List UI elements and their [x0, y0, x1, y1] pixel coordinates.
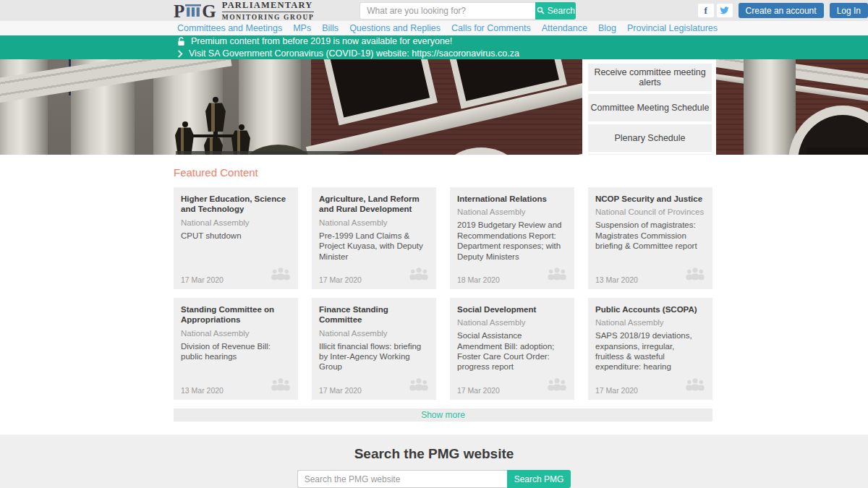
- hero-sidebar-button[interactable]: Receive committee meeting alerts: [588, 64, 712, 91]
- unlock-icon: [177, 37, 185, 46]
- featured-card[interactable]: Public Accounts (SCOPA) National Assembl…: [588, 298, 712, 400]
- people-group-icon: [271, 266, 291, 284]
- people-group-icon: [271, 377, 291, 395]
- featured-card[interactable]: Agriculture, Land Reform and Rural Devel…: [312, 187, 436, 289]
- twitter-button[interactable]: [717, 4, 733, 17]
- nav-link[interactable]: Bills: [322, 23, 339, 33]
- card-desc[interactable]: Social Assistance Amendment Bill: adopti…: [457, 330, 567, 372]
- header-search-button[interactable]: Search: [535, 2, 576, 20]
- card-org: National Council of Provinces: [595, 207, 705, 216]
- card-title[interactable]: Finance Standing Committee: [319, 304, 429, 325]
- header-search-input[interactable]: [359, 2, 535, 20]
- card-desc[interactable]: SAPS 2018/19 deviations, expansions, irr…: [595, 330, 705, 372]
- card-title[interactable]: International Relations: [457, 194, 567, 204]
- people-group-icon: [547, 377, 567, 395]
- card-date: 18 Mar 2020: [457, 275, 500, 284]
- hero-section: Receive committee meeting alertsCommitte…: [0, 59, 868, 155]
- card-desc[interactable]: Pre-1999 Land Claims & Project Kuyasa, w…: [319, 231, 429, 262]
- card-footer: 13 Mar 2020: [595, 262, 705, 284]
- banner-covid-link[interactable]: Visit SA Government Coronavirus (COVID-1…: [189, 48, 519, 59]
- nav-link[interactable]: Questions and Replies: [349, 23, 441, 33]
- pmg-logo-mark: P G: [174, 1, 216, 20]
- card-desc[interactable]: Suspension of magistrates: Magistrates C…: [595, 220, 705, 251]
- show-more-button[interactable]: Show more: [174, 408, 712, 421]
- card-footer: 17 Mar 2020: [595, 372, 705, 395]
- featured-card[interactable]: Social Development National Assembly Soc…: [450, 298, 574, 400]
- card-date: 17 Mar 2020: [319, 386, 362, 395]
- people-group-icon: [685, 377, 705, 395]
- card-date: 17 Mar 2020: [457, 386, 500, 395]
- card-desc[interactable]: Illicit financial flows: briefing by Int…: [319, 341, 429, 372]
- card-org: National Assembly: [319, 329, 429, 338]
- nav-link[interactable]: Calls for Comments: [451, 23, 531, 33]
- featured-card[interactable]: International Relations National Assembl…: [450, 187, 574, 289]
- card-org: National Assembly: [319, 218, 429, 227]
- login-button[interactable]: Log In: [830, 3, 868, 18]
- hero-column: [744, 59, 796, 155]
- featured-card[interactable]: NCOP Security and Justice National Counc…: [588, 187, 712, 289]
- hero-sidebar-button[interactable]: Committee Meeting Schedule: [588, 94, 712, 121]
- pmg-logo[interactable]: P G PARLIAMENTARY MONITORING GROUP: [174, 0, 314, 21]
- card-footer: 17 Mar 2020: [319, 372, 429, 395]
- card-title[interactable]: Social Development: [457, 304, 567, 314]
- featured-heading: Featured Content: [174, 166, 712, 179]
- show-more-label: Show more: [421, 410, 465, 420]
- nav-link[interactable]: Provincial Legislatures: [627, 23, 718, 33]
- banner-premium-row: Premium content from before 2019 is now …: [177, 36, 868, 46]
- card-desc[interactable]: CPUT shutdown: [181, 231, 291, 241]
- header-search: Search: [359, 2, 576, 20]
- banner-covid-row: Visit SA Government Coronavirus (COVID-1…: [177, 48, 868, 59]
- card-title[interactable]: Standing Committee on Appropriations: [181, 304, 291, 325]
- nav-link[interactable]: Blog: [598, 23, 616, 33]
- pillars-icon: [185, 1, 201, 20]
- logo-line2: MONITORING GROUP: [222, 14, 315, 21]
- card-date: 17 Mar 2020: [595, 386, 638, 395]
- people-group-icon: [409, 377, 429, 395]
- featured-card[interactable]: Higher Education, Science and Technology…: [174, 187, 298, 289]
- card-desc[interactable]: Division of Revenue Bill: public hearing…: [181, 341, 291, 362]
- featured-section: Featured Content Higher Education, Scien…: [0, 155, 868, 400]
- footer-search-section: Search the PMG website Search PMG: [0, 435, 868, 488]
- twitter-icon: [720, 4, 729, 17]
- nav-link[interactable]: Attendance: [542, 23, 587, 33]
- announcement-banner: Premium content from before 2019 is now …: [0, 35, 868, 59]
- card-org: National Assembly: [457, 207, 567, 216]
- hero-photo-left: [0, 59, 582, 155]
- banner-premium-text: Premium content from before 2019 is now …: [191, 36, 452, 46]
- card-footer: 17 Mar 2020: [181, 262, 291, 284]
- footer-search-heading: Search the PMG website: [354, 446, 514, 462]
- footer-search-form: Search PMG: [297, 470, 571, 488]
- logo-line1: PARLIAMENTARY: [222, 0, 315, 12]
- card-date: 17 Mar 2020: [181, 275, 224, 284]
- card-title[interactable]: Public Accounts (SCOPA): [595, 304, 705, 314]
- logo-wordmark: PARLIAMENTARY MONITORING GROUP: [222, 0, 315, 21]
- card-desc[interactable]: 2019 Budgetary Review and Recommendation…: [457, 220, 567, 262]
- card-org: National Assembly: [181, 218, 291, 227]
- people-group-icon: [547, 266, 567, 284]
- card-footer: 13 Mar 2020: [181, 372, 291, 395]
- footer-search-input[interactable]: [297, 470, 507, 488]
- hero-notice-bar: PMG Office temporarily closed: [176, 151, 383, 155]
- card-title[interactable]: NCOP Security and Justice: [595, 194, 705, 204]
- facebook-button[interactable]: f: [698, 4, 714, 17]
- nav-link[interactable]: MPs: [293, 23, 311, 33]
- hero-sidebar: Receive committee meeting alertsCommitte…: [582, 59, 716, 155]
- nav-link[interactable]: Committees and Meetings: [177, 23, 282, 33]
- card-title[interactable]: Higher Education, Science and Technology: [181, 194, 291, 215]
- hero-photo-right: [716, 59, 868, 155]
- footer-search-button[interactable]: Search PMG: [507, 470, 571, 488]
- card-title[interactable]: Agriculture, Land Reform and Rural Devel…: [319, 194, 429, 215]
- card-date: 13 Mar 2020: [595, 275, 638, 284]
- hero-lantern: [175, 127, 194, 155]
- main-nav: Committees and MeetingsMPsBillsQuestions…: [0, 21, 868, 35]
- card-org: National Assembly: [595, 318, 705, 327]
- featured-card[interactable]: Finance Standing Committee National Asse…: [312, 298, 436, 400]
- hero-sidebar-button[interactable]: Plenary Schedule: [588, 124, 712, 152]
- card-date: 17 Mar 2020: [319, 275, 362, 284]
- hero-window-dark: [807, 147, 868, 155]
- featured-card[interactable]: Standing Committee on Appropriations Nat…: [174, 298, 298, 400]
- create-account-button[interactable]: Create an account: [739, 3, 824, 18]
- chevron-right-icon: [177, 50, 183, 58]
- peoples-assembly-widget[interactable]: People'sAssembly Connect with your repre…: [588, 154, 712, 155]
- card-org: National Assembly: [181, 329, 291, 338]
